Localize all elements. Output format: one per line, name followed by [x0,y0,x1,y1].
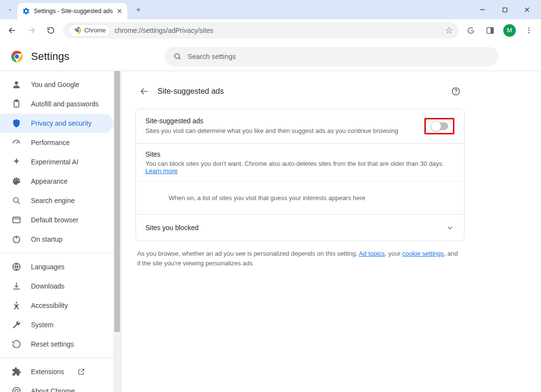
globe-icon [12,262,21,272]
sites-section: Sites You can block sites you don't want… [136,144,464,181]
sidebar-item-default-browser[interactable]: Default browser [0,210,113,230]
tab-title: Settings - Site-suggested ads [34,8,113,15]
svg-point-10 [528,32,530,33]
sidebar-item-privacy-security[interactable]: Privacy and security [0,114,113,133]
svg-rect-23 [13,217,20,223]
sidebar-item-label: Languages [31,263,64,271]
address-bar[interactable]: Chrome chrome://settings/adPrivacy/sites… [63,22,459,39]
site-info-chip[interactable]: Chrome [69,24,110,37]
sidebar-item-label: Experimental AI [31,158,78,166]
sidebar-item-label: About Chrome [31,387,75,392]
tab-search-dropdown[interactable] [3,2,17,17]
sidebar-item-system[interactable]: System [0,315,113,334]
svg-point-18 [14,181,15,182]
sidebar-item-about-chrome[interactable]: About Chrome [0,381,113,392]
sidebar-item-label: Downloads [31,282,64,290]
sidebar-item-label: You and Google [31,81,79,88]
sidebar-item-extensions[interactable]: Extensions [0,362,113,381]
sidebar-item-label: On startup [31,235,62,243]
sidebar-item-label: System [31,321,54,329]
content-inner: Site-suggested ads Site-suggested ads Si… [135,71,465,287]
back-button[interactable] [5,23,19,38]
svg-rect-0 [503,8,507,12]
settings-header: Settings Search settings [0,42,541,71]
close-window-button[interactable] [516,0,538,19]
sidebar-item-on-startup[interactable]: On startup [0,230,113,249]
sidebar-divider [0,358,113,358]
scrollbar-thumb[interactable] [114,71,120,332]
sidebar-item-languages[interactable]: Languages [0,257,113,276]
google-account-icon[interactable] [464,23,478,38]
content-pane: Site-suggested ads Site-suggested ads Si… [121,71,478,392]
page-back-button[interactable] [135,83,153,100]
sidebar-item-label: Search engine [31,197,75,204]
cookie-settings-link[interactable]: cookie settings [402,250,444,257]
menu-button[interactable] [522,23,536,38]
extension-icon [12,367,21,377]
toggle-row: Site-suggested ads Sites you visit can d… [136,109,464,144]
sidebar-item-label: Default browser [31,216,78,224]
avatar-letter: M [503,24,516,37]
toggle-title: Site-suggested ads [146,117,417,125]
ad-topics-link[interactable]: Ad topics [359,250,385,257]
bookmark-star-icon[interactable]: ☆ [445,25,453,36]
svg-point-20 [17,179,18,180]
sidebar-item-search-engine[interactable]: Search engine [0,191,113,210]
sparkle-icon [12,157,21,167]
site-suggested-ads-toggle[interactable] [431,122,448,130]
sidebar-divider [0,253,113,253]
sidebar-item-accessibility[interactable]: Accessibility [0,296,113,315]
sidebar-scrollbar[interactable] [113,71,121,392]
toggle-desc: Sites you visit can determine what you l… [146,127,417,135]
restore-icon [12,339,21,349]
palette-icon [12,176,21,186]
chevron-down-icon [446,223,454,232]
main-card: Site-suggested ads Sites you visit can d… [135,109,465,241]
footer-text-1: As you browse, whether an ad you see is … [137,250,359,257]
page-header: Site-suggested ads [135,78,465,109]
accessibility-icon [12,301,21,310]
right-gutter [478,71,541,392]
sidebar-item-appearance[interactable]: Appearance [0,172,113,191]
sidebar-item-label: Privacy and security [31,119,91,127]
sidebar-item-performance[interactable]: Performance [0,133,113,152]
sidebar-item-label: Accessibility [31,302,68,309]
settings-title: Settings [31,50,70,63]
sidebar-item-label: Appearance [31,177,68,185]
sidebar-item-experimental-ai[interactable]: Experimental AI [0,152,113,172]
page-title: Site-suggested ads [158,87,224,96]
maximize-button[interactable] [494,0,516,19]
settings-sidebar: You and Google Autofill and passwords Pr… [0,71,113,392]
help-button[interactable] [447,83,465,100]
svg-rect-7 [491,28,494,33]
search-settings-input[interactable]: Search settings [165,47,498,66]
new-tab-button[interactable] [131,2,146,17]
profile-avatar[interactable]: M [502,23,517,38]
settings-app: Settings Search settings You and Google … [0,42,541,392]
svg-point-19 [15,179,16,180]
reload-button[interactable] [44,23,58,38]
learn-more-link[interactable]: Learn more [146,167,178,174]
svg-rect-17 [15,100,18,102]
sites-you-blocked-row[interactable]: Sites you blocked [136,214,464,241]
sidebar-item-label: Performance [31,139,70,146]
sidebar-item-reset-settings[interactable]: Reset settings [0,334,113,354]
sidebar-item-label: Extensions [31,368,64,376]
side-panel-icon[interactable] [483,23,497,38]
clipboard-icon [12,99,21,109]
sidebar-item-autofill[interactable]: Autofill and passwords [0,94,113,114]
url-text: chrome://settings/adPrivacy/sites [114,27,213,34]
chrome-logo-icon [11,50,23,63]
sites-empty-message: When on, a list of sites you visit that … [136,181,464,214]
sidebar-item-label: Autofill and passwords [31,100,99,108]
window-controls [471,0,538,19]
browser-tab[interactable]: Settings - Site-suggested ads ✕ [17,3,127,19]
svg-point-9 [528,29,530,31]
sidebar-item-downloads[interactable]: Downloads [0,276,113,296]
sidebar-item-you-and-google[interactable]: You and Google [0,75,113,94]
sidebar-container: You and Google Autofill and passwords Pr… [0,71,121,392]
minimize-button[interactable] [471,0,494,19]
forward-button[interactable] [24,23,39,38]
close-icon[interactable]: ✕ [117,7,122,15]
footer-note: As you browse, whether an ad you see is … [135,249,465,268]
